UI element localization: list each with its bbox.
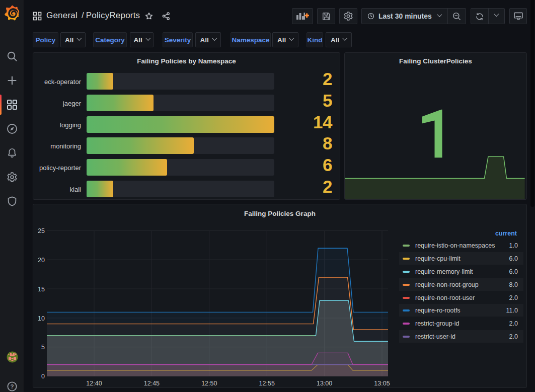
svg-text:12:55: 12:55 bbox=[259, 380, 275, 387]
svg-text:25: 25 bbox=[38, 227, 45, 234]
svg-text:20: 20 bbox=[38, 257, 45, 264]
svg-text:15: 15 bbox=[38, 286, 45, 293]
svg-text:?: ? bbox=[10, 383, 14, 389]
svg-text:13:00: 13:00 bbox=[317, 380, 332, 387]
svg-text:12:45: 12:45 bbox=[144, 380, 160, 387]
svg-text:12:50: 12:50 bbox=[201, 380, 217, 387]
svg-text:10: 10 bbox=[38, 315, 45, 322]
svg-text:13:05: 13:05 bbox=[374, 380, 390, 387]
svg-text:12:40: 12:40 bbox=[86, 380, 102, 387]
svg-text:0: 0 bbox=[41, 373, 45, 380]
svg-text:5: 5 bbox=[41, 344, 45, 351]
